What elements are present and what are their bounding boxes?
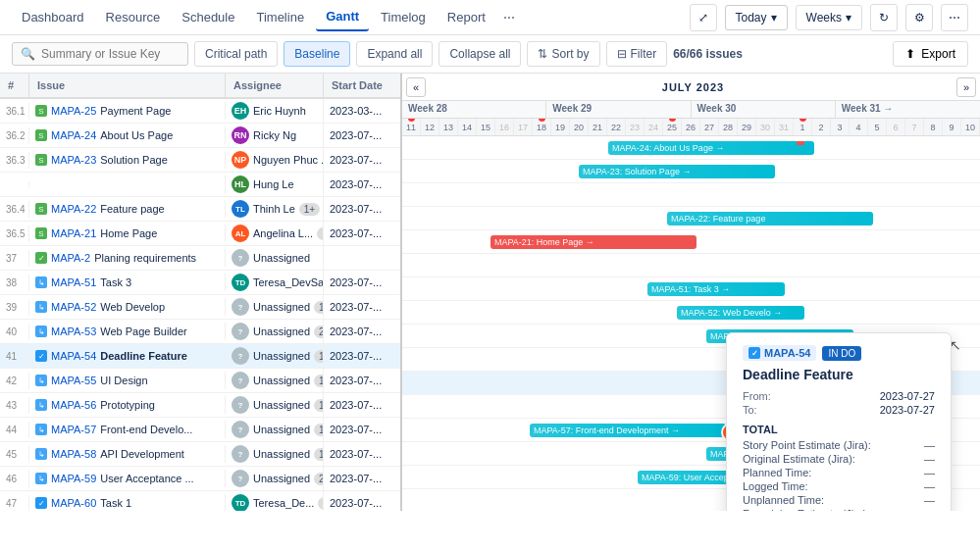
cell-start: 2023-07-...	[324, 225, 402, 242]
expand-all-button[interactable]: Expand all	[356, 41, 433, 67]
cell-num: 40	[0, 324, 29, 340]
tooltip-field-5: Remaining Estimate (Jira): —	[743, 508, 935, 511]
badge: 1+	[317, 227, 324, 240]
day-13: 13	[439, 119, 458, 135]
table-row[interactable]: 44 ↳ MAPA-57 Front-end Develo... ? Unass…	[0, 418, 400, 442]
nav-resource[interactable]: Resource	[96, 4, 171, 30]
bar-mapa52[interactable]: MAPA-52: Web Develo → 0%	[677, 306, 804, 320]
table-row[interactable]: 43 ↳ MAPA-56 Prototyping ? Unassigned 1+…	[0, 393, 400, 418]
table-row[interactable]: 39 ↳ MAPA-52 Web Develop ? Unassigned 1+…	[0, 295, 400, 320]
baseline-button[interactable]: Baseline	[284, 41, 350, 67]
cell-start: 2023-07-...	[324, 421, 402, 438]
table-row[interactable]: 36.2 S MAPA-24 About Us Page RN Ricky Ng…	[0, 124, 400, 148]
day-12: 12	[421, 119, 439, 135]
filter-button[interactable]: ⊟ Filter	[606, 41, 668, 67]
tooltip-from: From: 2023-07-27	[743, 390, 935, 402]
gantt-nav-left[interactable]: «	[406, 77, 426, 97]
bar-mapa51[interactable]: MAPA-51: Task 3 → 46%	[647, 282, 785, 296]
day-1: 1	[794, 119, 812, 135]
nav-dashboard[interactable]: Dashboard	[12, 4, 94, 30]
badge: 1+	[314, 424, 324, 436]
fullscreen-icon[interactable]: ⤢	[690, 4, 717, 31]
avatar: ?	[232, 470, 249, 487]
cell-num: 41	[0, 348, 29, 365]
table-row[interactable]: 36.3 S MAPA-23 Solution Page NP Nguyen P…	[0, 148, 400, 173]
col-num: #	[0, 74, 29, 97]
day-6: 6	[887, 119, 905, 135]
day-22: 22	[607, 119, 626, 135]
main-content: # Issue Assignee Start Date 36.1 S MAPA-…	[0, 74, 980, 511]
nav-right: ⤢ Today ▾ Weeks ▾ ↻ ⚙ ⋯	[690, 4, 969, 31]
cell-start: 2023-07-...	[324, 175, 402, 193]
story-icon: S	[35, 203, 47, 215]
table-row[interactable]: 36.4 S MAPA-22 Feature page TL Thinh Le …	[0, 197, 400, 222]
critical-path-button[interactable]: Critical path	[194, 41, 278, 67]
tooltip-header: ✓ MAPA-54 IN DO	[743, 345, 935, 361]
more-icon[interactable]: ⋯	[941, 4, 968, 31]
day-2: 2	[812, 119, 831, 135]
cell-start	[324, 255, 402, 261]
task-icon: ✓	[35, 350, 47, 362]
table-row-highlighted[interactable]: 41 ✓ MAPA-54 Deadline Feature ? Unassign…	[0, 344, 400, 369]
cell-start: 2023-07-...	[324, 347, 402, 365]
cell-num: 43	[0, 397, 29, 414]
nav-report[interactable]: Report	[438, 4, 495, 30]
nav-schedule[interactable]: Schedule	[172, 4, 244, 30]
story-icon: S	[35, 227, 47, 239]
bar-mapa57[interactable]: MAPA-57: Front-end Development → 0%	[530, 424, 726, 437]
cell-num: 46	[0, 471, 29, 487]
settings-icon[interactable]: ⚙	[905, 4, 933, 31]
cell-issue: ↳ MAPA-56 Prototyping	[29, 396, 226, 414]
task-icon: ✓	[35, 497, 47, 509]
bar-mapa23[interactable]: MAPA-23: Solution Page → 92%	[579, 165, 775, 178]
collapse-all-button[interactable]: Collapse all	[438, 41, 521, 67]
bar-mapa21[interactable]: MAPA-21: Home Page → 35%	[490, 235, 696, 249]
avatar: ?	[232, 396, 249, 414]
table-row[interactable]: 36.5 S MAPA-21 Home Page AL Angelina L..…	[0, 222, 400, 246]
gantt-nav-right[interactable]: »	[956, 77, 976, 97]
table-row[interactable]: 45 ↳ MAPA-58 API Development ? Unassigne…	[0, 442, 400, 467]
table-row[interactable]: 42 ↳ MAPA-55 UI Design ? Unassigned 1+ 2…	[0, 369, 400, 393]
nav-timeline[interactable]: Timeline	[246, 4, 314, 30]
table-row[interactable]: HL Hung Le 2023-07-...	[0, 173, 400, 197]
search-input[interactable]	[41, 47, 179, 61]
export-button[interactable]: ⬆ Export	[893, 41, 968, 67]
cell-issue: ↳ MAPA-52 Web Develop	[29, 298, 226, 316]
cell-num: 36.4	[0, 201, 29, 218]
refresh-icon[interactable]: ↻	[870, 4, 898, 31]
table-row[interactable]: 36.1 S MAPA-25 Payment Page EH Eric Huyn…	[0, 99, 400, 124]
nav-gantt[interactable]: Gantt	[316, 3, 369, 31]
nav-timelog[interactable]: Timelog	[371, 4, 436, 30]
avatar: TD	[232, 494, 249, 511]
cell-num: 42	[0, 373, 29, 389]
day-23: 23	[626, 119, 645, 135]
day-29: 29	[738, 119, 756, 135]
badge: 1+	[299, 203, 320, 216]
table-row[interactable]: 38 ↳ MAPA-51 Task 3 TD Teresa_DevSa... 2…	[0, 271, 400, 295]
cell-assignee: TL Thinh Le 1+	[226, 197, 324, 221]
cell-num: 38	[0, 275, 29, 291]
filter-icon: ⊟	[617, 47, 627, 61]
weeks-button[interactable]: Weeks ▾	[796, 5, 862, 30]
tooltip-tag: ✓ MAPA-54	[743, 345, 816, 361]
table-row[interactable]: 37 ✓ MAPA-2 Planing requirements ? Unass…	[0, 246, 400, 271]
sub-task-icon: ↳	[35, 326, 47, 337]
bar-mapa24[interactable]: MAPA-24: About Us Page → 73%	[608, 141, 814, 155]
search-box[interactable]: 🔍	[12, 42, 188, 66]
issues-count-value: 66/66	[673, 47, 702, 61]
table-row[interactable]: 40 ↳ MAPA-53 Web Page Builder ? Unassign…	[0, 320, 400, 344]
today-button[interactable]: Today ▾	[725, 5, 788, 30]
gantt-weeks-row: Week 28 Week 29 Week 30 Week 31 →	[402, 101, 980, 119]
gantt-tooltip: ✓ MAPA-54 IN DO Deadline Feature From: 2…	[726, 332, 952, 511]
day-8: 8	[924, 119, 943, 135]
cell-assignee: ? Unassigned 1+	[226, 369, 324, 392]
sort-by-button[interactable]: ⇅ Sort by	[527, 41, 599, 67]
gantt-body: MAPA-24: About Us Page → 73% MAPA-23: So…	[402, 136, 980, 511]
table-row[interactable]: 47 ✓ MAPA-60 Task 1 TD Teresa_De... 1+ 2…	[0, 491, 400, 511]
table-row[interactable]: 46 ↳ MAPA-59 User Acceptance ... ? Unass…	[0, 467, 400, 491]
cell-issue: ✓ MAPA-60 Task 1	[29, 494, 226, 511]
nav-more-icon[interactable]: ⋯	[497, 5, 521, 30]
tooltip-field-2: Planned Time: —	[743, 467, 935, 478]
bar-mapa22[interactable]: MAPA-22: Feature page 34%	[667, 212, 873, 225]
day-24: 24	[645, 119, 663, 135]
